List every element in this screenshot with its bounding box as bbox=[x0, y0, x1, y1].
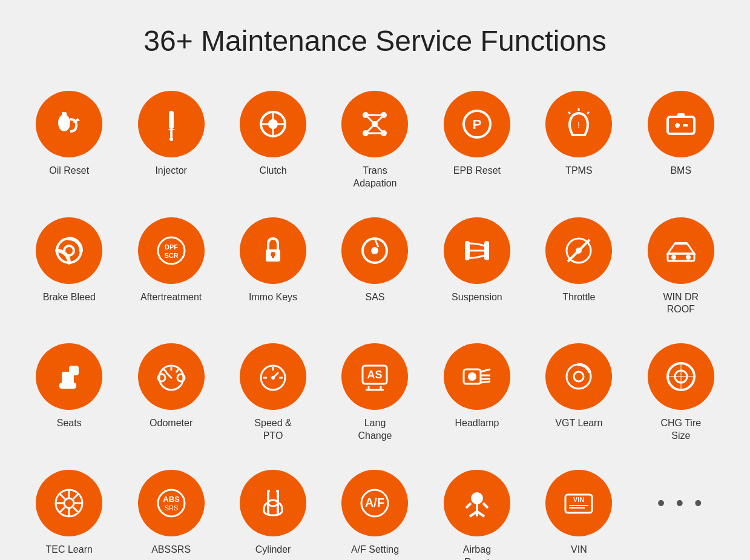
airbag-reset-label: AirbagReset bbox=[463, 544, 491, 560]
abssrs-label: ABSSRS bbox=[151, 544, 191, 556]
svg-text:ABS: ABS bbox=[163, 495, 180, 504]
item-seats[interactable]: Seats bbox=[18, 334, 120, 455]
item-bms[interactable]: BMS bbox=[630, 82, 732, 202]
lang-change-label: LangChange bbox=[358, 417, 392, 443]
item-sas[interactable]: SAS bbox=[324, 208, 426, 329]
item-chg-tire-size[interactable]: CHG TireSize bbox=[630, 334, 732, 455]
immo-keys-label: Immo Keys bbox=[249, 291, 297, 304]
svg-point-103 bbox=[268, 500, 278, 506]
item-odometer[interactable]: Odometer bbox=[120, 334, 222, 455]
svg-line-76 bbox=[481, 369, 490, 372]
item-airbag-reset[interactable]: AirbagReset bbox=[426, 461, 528, 560]
suspension-label: Suspension bbox=[452, 291, 502, 304]
item-suspension[interactable]: Suspension bbox=[426, 208, 528, 329]
af-setting-icon: A/F bbox=[341, 470, 408, 536]
item-lang-change[interactable]: ASLangChange bbox=[324, 334, 426, 455]
speed-pto-label: Speed &PTO bbox=[254, 417, 291, 443]
tec-learn-icon bbox=[36, 470, 102, 536]
trans-adapation-icon bbox=[341, 91, 408, 157]
headlamp-label: Headlamp bbox=[455, 417, 499, 430]
item-headlamp[interactable]: Headlamp bbox=[426, 334, 528, 455]
item-vgt-learn[interactable]: VGT Learn bbox=[528, 334, 630, 455]
svg-rect-44 bbox=[484, 241, 489, 260]
svg-line-15 bbox=[366, 115, 375, 124]
item-cylinder[interactable]: Cylinder bbox=[222, 461, 324, 560]
svg-line-95 bbox=[59, 507, 65, 513]
svg-point-75 bbox=[468, 372, 476, 381]
item-immo-keys[interactable]: Immo Keys bbox=[222, 208, 324, 329]
item-af-setting[interactable]: A/FA/F Setting bbox=[324, 461, 426, 560]
immo-keys-icon bbox=[240, 217, 306, 284]
svg-point-34 bbox=[158, 237, 185, 264]
svg-line-16 bbox=[375, 115, 384, 124]
cylinder-icon bbox=[240, 470, 306, 536]
item-speed-pto[interactable]: Speed &PTO bbox=[222, 334, 324, 455]
svg-rect-43 bbox=[465, 241, 470, 260]
svg-text:VIN: VIN bbox=[573, 496, 584, 503]
svg-line-18 bbox=[375, 124, 384, 133]
svg-marker-3 bbox=[168, 129, 175, 131]
svg-point-50 bbox=[671, 255, 676, 260]
injector-icon bbox=[138, 91, 205, 157]
svg-rect-28 bbox=[677, 113, 685, 118]
epb-reset-icon: P bbox=[444, 91, 510, 157]
svg-line-93 bbox=[73, 507, 79, 513]
svg-line-60 bbox=[176, 369, 179, 372]
throttle-label: Throttle bbox=[562, 291, 595, 304]
aftertreatment-icon: DPFSCR bbox=[138, 217, 205, 284]
svg-text:P: P bbox=[473, 117, 482, 132]
item-tpms[interactable]: !TPMS bbox=[528, 82, 630, 202]
vin-icon: VIN bbox=[545, 470, 612, 536]
sas-label: SAS bbox=[365, 291, 384, 304]
svg-line-17 bbox=[366, 124, 375, 133]
brake-bleed-icon bbox=[36, 217, 102, 284]
svg-line-79 bbox=[481, 381, 490, 383]
svg-rect-1 bbox=[62, 112, 67, 117]
item-brake-bleed[interactable]: Brake Bleed bbox=[18, 208, 120, 329]
cylinder-label: Cylinder bbox=[255, 544, 291, 556]
injector-label: Injector bbox=[155, 165, 186, 177]
svg-text:A/F: A/F bbox=[365, 496, 384, 509]
item-win-dr-roof[interactable]: WIN DRROOF bbox=[630, 208, 732, 329]
item-clutch[interactable]: Clutch bbox=[222, 82, 324, 202]
item-vin[interactable]: VINVIN bbox=[528, 461, 630, 560]
win-dr-roof-label: WIN DRROOF bbox=[663, 291, 699, 317]
item-more[interactable]: • • • bbox=[630, 461, 732, 560]
item-injector[interactable]: Injector bbox=[120, 82, 222, 202]
functions-grid: Oil ResetInjectorClutchTransAdapationPEP… bbox=[0, 76, 750, 560]
svg-line-62 bbox=[166, 373, 171, 378]
svg-point-87 bbox=[64, 498, 74, 508]
clutch-icon bbox=[240, 91, 306, 157]
item-throttle[interactable]: Throttle bbox=[528, 208, 630, 329]
more-dots: • • • bbox=[648, 470, 714, 536]
throttle-icon bbox=[545, 217, 612, 284]
tpms-label: TPMS bbox=[565, 165, 592, 177]
svg-line-24 bbox=[587, 112, 589, 114]
vgt-learn-label: VGT Learn bbox=[555, 417, 602, 430]
brake-bleed-label: Brake Bleed bbox=[43, 291, 96, 304]
item-tec-learn[interactable]: TEC Learn bbox=[18, 461, 120, 560]
page-title: 36+ Maintenance Service Functions bbox=[0, 0, 750, 76]
odometer-icon bbox=[138, 343, 205, 410]
aftertreatment-label: Aftertreatment bbox=[140, 291, 202, 304]
tpms-icon: ! bbox=[545, 91, 612, 157]
lang-change-icon: AS bbox=[341, 343, 408, 410]
svg-rect-27 bbox=[668, 117, 694, 134]
svg-line-92 bbox=[59, 493, 65, 499]
item-oil-reset[interactable]: Oil Reset bbox=[18, 82, 120, 202]
svg-line-94 bbox=[73, 493, 79, 499]
svg-text:AS: AS bbox=[367, 369, 383, 381]
odometer-label: Odometer bbox=[150, 417, 192, 430]
item-epb-reset[interactable]: PEPB Reset bbox=[426, 82, 528, 202]
bms-label: BMS bbox=[670, 165, 691, 177]
chg-tire-size-label: CHG TireSize bbox=[660, 417, 701, 443]
item-aftertreatment[interactable]: DPFSCRAftertreatment bbox=[120, 208, 222, 329]
speed-pto-icon bbox=[240, 343, 306, 410]
item-trans-adapation[interactable]: TransAdapation bbox=[324, 82, 426, 202]
svg-rect-39 bbox=[272, 254, 274, 258]
item-abssrs[interactable]: ABSSRSABSSRS bbox=[120, 461, 222, 560]
oil-reset-icon bbox=[36, 91, 102, 157]
oil-reset-label: Oil Reset bbox=[49, 165, 89, 177]
sas-icon bbox=[341, 217, 408, 284]
trans-adapation-label: TransAdapation bbox=[353, 165, 396, 190]
